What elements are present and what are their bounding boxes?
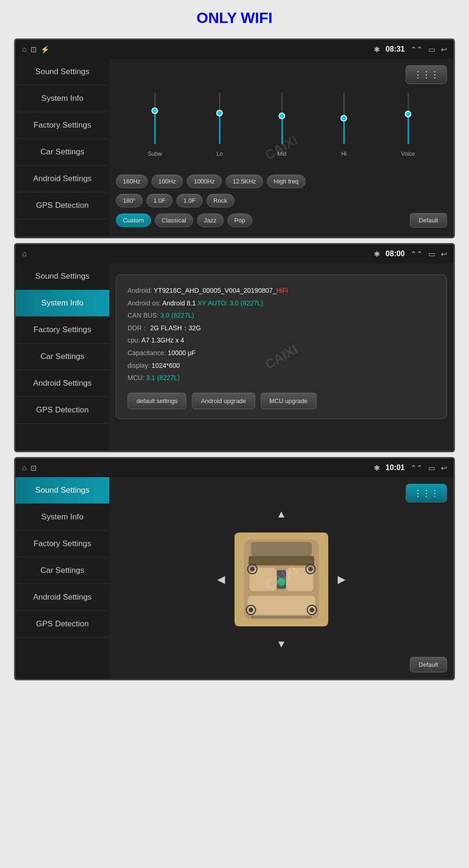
main-layout-2: Sound Settings System Info Factory Setti… xyxy=(15,263,454,451)
status-right-3: ✱ 10:01 ⌃⌃ ▭ ↩ xyxy=(374,464,447,472)
mcu-upgrade-btn[interactable]: MCU upgrade xyxy=(261,393,317,409)
car-default-btn[interactable]: Default xyxy=(410,657,447,672)
status-left-3: ⌂ ⊡ xyxy=(22,464,37,472)
sidebar-item-gps-2[interactable]: GPS Detection xyxy=(15,397,109,424)
sidebar-item-android-1[interactable]: Android Settings xyxy=(15,166,109,192)
eq-label-hi: Hi xyxy=(341,151,346,157)
sidebar-item-gps-1[interactable]: GPS Detection xyxy=(15,192,109,219)
sysinfo-card: Android: YT9216C_AHD_00005_V004_20190807… xyxy=(116,274,447,419)
eq-preset-pop[interactable]: Pop xyxy=(227,213,252,227)
status-bar-3: ⌂ ⊡ ✱ 10:01 ⌃⌃ ▭ ↩ xyxy=(15,458,454,477)
eq-chip-1f-2[interactable]: 1.0F xyxy=(176,194,203,207)
sidebar-item-gps-3[interactable]: GPS Detection xyxy=(15,611,109,638)
sysinfo-canbus-row: CAN BUS: 3.0 (8227L) xyxy=(128,309,435,322)
signal-icon-1: ⌃⌃ xyxy=(410,45,423,54)
eq-top: ⋮⋮⋮ xyxy=(116,65,447,84)
sysinfo-label-ddr: DDR： xyxy=(128,324,150,332)
status-left-1: ⌂ ⊡ ⚡ xyxy=(22,45,50,54)
sidebar-item-sound-1[interactable]: Sound Settings xyxy=(15,59,109,85)
sysinfo-val-ddr: 2G FLASH：32G xyxy=(150,324,201,332)
sidebar-item-car-2[interactable]: Car Settings xyxy=(15,343,109,370)
eq-track-mid[interactable] xyxy=(281,92,283,144)
eq-chip-1000hz[interactable]: 1000Hz xyxy=(187,175,222,188)
eq-preset-classical[interactable]: Classical xyxy=(155,213,193,227)
down-arrow-btn[interactable]: ▼ xyxy=(272,636,291,652)
eq-icon-btn[interactable]: ⋮⋮⋮ xyxy=(406,65,447,84)
eq-track-subw[interactable] xyxy=(154,92,156,144)
up-arrow-btn[interactable]: ▲ xyxy=(272,506,291,522)
eq-chip-125khz[interactable]: 12.5KHz xyxy=(226,175,263,188)
status-time-2: 08:00 xyxy=(386,250,405,258)
eq-chip-1f-1[interactable]: 1.0F xyxy=(146,194,173,207)
media-icon-1: ⊡ xyxy=(30,45,37,54)
sidebar-item-sound-3[interactable]: Sound Settings xyxy=(15,477,109,504)
back-icon-3: ↩ xyxy=(441,464,447,472)
svg-rect-2 xyxy=(251,542,312,556)
car-eq-icon-btn[interactable]: ⋮⋮⋮ xyxy=(406,484,447,503)
svg-rect-3 xyxy=(249,556,314,565)
back-icon-2: ↩ xyxy=(441,250,447,259)
sidebar-item-sound-2[interactable]: Sound Settings xyxy=(15,263,109,290)
content-sysinfo: Android: YT9216C_AHD_00005_V004_20190807… xyxy=(109,263,454,451)
svg-point-13 xyxy=(308,567,313,571)
status-time-3: 10:01 xyxy=(386,464,405,472)
signal-icon-2: ⌃⌃ xyxy=(410,250,423,259)
eq-label-lo: Lo xyxy=(217,151,223,157)
sidebar-item-factory-3[interactable]: Factory Settings xyxy=(15,531,109,557)
eq-chip-100hz[interactable]: 100Hz xyxy=(151,175,183,188)
eq-chip-160hz[interactable]: 160Hz xyxy=(116,175,148,188)
sysinfo-label-cpu: cpu: xyxy=(128,336,142,344)
eq-track-hi[interactable] xyxy=(343,92,345,144)
eq-slider-subw: Subw xyxy=(148,92,162,157)
sysinfo-val-canbus: 3.0 (8227L) xyxy=(160,312,194,319)
sidebar-item-car-1[interactable]: Car Settings xyxy=(15,139,109,166)
content-car-sound: ⋮⋮⋮ ▲ ◀ xyxy=(109,477,454,679)
sidebar-item-android-3[interactable]: Android Settings xyxy=(15,584,109,611)
eq-track-lo[interactable] xyxy=(219,92,220,144)
svg-rect-5 xyxy=(286,568,313,591)
left-arrow-btn[interactable]: ◀ xyxy=(212,571,230,587)
eq-chip-180[interactable]: 180° xyxy=(116,194,143,207)
eq-chip-rock[interactable]: Rock xyxy=(206,194,234,207)
eq-chips-row1: 160Hz 100Hz 1000Hz 12.5KHz High freq xyxy=(116,175,447,188)
eq-default-btn[interactable]: Default xyxy=(410,213,447,228)
sidebar-item-factory-1[interactable]: Factory Settings xyxy=(15,112,109,139)
sysinfo-cap-row: Capacitance: 10000 μF xyxy=(128,347,435,359)
sysinfo-mcu-row: MCU: 3.1 (8227L) xyxy=(128,372,435,384)
sysinfo-val-xyauto: XY AUTO: 3.0 (8227L) xyxy=(197,299,263,307)
content-eq: ⋮⋮⋮ Subw xyxy=(109,59,454,237)
eq-slider-mid: Mid xyxy=(278,92,287,157)
sidebar-3: Sound Settings System Info Factory Setti… xyxy=(15,477,109,679)
back-icon-1: ↩ xyxy=(441,45,447,54)
eq-track-voice[interactable] xyxy=(408,92,409,144)
sidebar-item-factory-2[interactable]: Factory Settings xyxy=(15,317,109,343)
svg-rect-9 xyxy=(251,616,312,618)
alert-icon-1: ⚡ xyxy=(40,45,50,54)
sidebar-item-sysinfo-3[interactable]: System Info xyxy=(15,504,109,531)
eq-chip-highfreq[interactable]: High freq xyxy=(267,175,306,188)
sysinfo-val-display: 1024*600 xyxy=(151,362,180,369)
screen-3: ⌂ ⊡ ✱ 10:01 ⌃⌃ ▭ ↩ Sound Settings System… xyxy=(14,457,455,680)
eq-preset-custom[interactable]: Custom xyxy=(116,213,151,227)
eq-label-mid: Mid xyxy=(278,151,287,157)
window-icon-2: ▭ xyxy=(428,250,435,259)
bluetooth-icon-2: ✱ xyxy=(374,250,380,259)
sidebar-item-car-3[interactable]: Car Settings xyxy=(15,557,109,584)
sysinfo-label-mcu: MCU: xyxy=(128,374,146,381)
right-arrow-btn[interactable]: ▶ xyxy=(333,571,350,587)
status-left-2: ⌂ xyxy=(22,250,27,258)
sysinfo-buttons: default settings Android upgrade MCU upg… xyxy=(128,393,435,409)
android-upgrade-btn[interactable]: Android upgrade xyxy=(192,393,255,409)
eq-preset-jazz[interactable]: Jazz xyxy=(197,213,224,227)
home-icon-2: ⌂ xyxy=(22,250,27,258)
status-time-1: 08:31 xyxy=(386,45,405,53)
sysinfo-label-display: display: xyxy=(128,362,151,369)
sidebar-item-android-2[interactable]: Android Settings xyxy=(15,370,109,397)
sysinfo-label-androidos: Android os: xyxy=(128,299,162,307)
sidebar-item-sysinfo-1[interactable]: System Info xyxy=(15,85,109,112)
eq-slider-lo: Lo xyxy=(217,92,223,157)
sidebar-item-sysinfo-2[interactable]: System Info xyxy=(15,290,109,317)
car-sound-bottom: Default xyxy=(116,657,447,672)
svg-point-11 xyxy=(250,567,255,571)
default-settings-btn[interactable]: default settings xyxy=(128,393,186,409)
